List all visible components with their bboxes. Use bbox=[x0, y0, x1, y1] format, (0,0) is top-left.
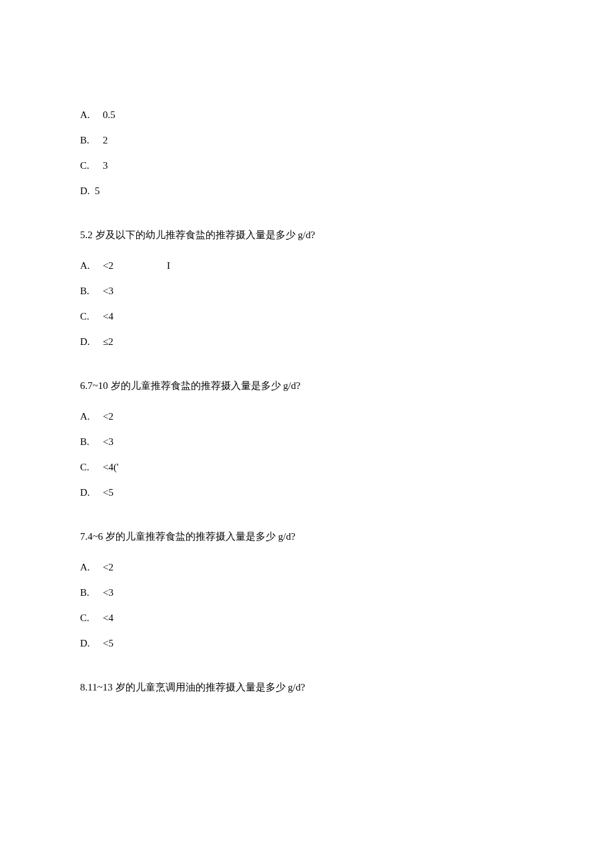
option-item: D. <5 bbox=[80, 635, 534, 651]
option-value: <2 bbox=[103, 258, 113, 274]
option-value: 5 bbox=[95, 183, 100, 199]
option-letter: B. bbox=[80, 584, 95, 600]
option-value: <3 bbox=[103, 434, 113, 450]
option-letter: D. bbox=[80, 183, 95, 199]
option-value: <5 bbox=[103, 635, 113, 651]
option-letter: A. bbox=[80, 107, 95, 123]
option-value: <4 bbox=[103, 308, 113, 324]
option-value: 0.5 bbox=[103, 107, 115, 123]
option-value: <5 bbox=[103, 484, 113, 500]
option-item: B. <3 bbox=[80, 434, 534, 450]
option-letter: B. bbox=[80, 434, 95, 450]
option-letter: A. bbox=[80, 559, 95, 575]
option-item: A. 0.5 bbox=[80, 107, 534, 123]
option-letter: A. bbox=[80, 258, 95, 274]
option-letter: B. bbox=[80, 283, 95, 299]
question-8: 8.11~13 岁的儿童烹调用油的推荐摄入量是多少 g/d? bbox=[80, 679, 534, 695]
option-item: B. <3 bbox=[80, 584, 534, 600]
option-letter: C. bbox=[80, 308, 95, 324]
option-letter: A. bbox=[80, 408, 95, 424]
question-7: 7.4~6 岁的儿童推荐食盐的推荐摄入量是多少 g/d? bbox=[80, 528, 534, 544]
option-value: ≤2 bbox=[103, 334, 113, 350]
option-item: C. <4 bbox=[80, 610, 534, 626]
question-6: 6.7~10 岁的儿童推荐食盐的推荐摄入量是多少 g/d? bbox=[80, 378, 534, 394]
option-value: 3 bbox=[103, 157, 108, 173]
option-value: <4 bbox=[103, 610, 113, 626]
option-item: A. <2 bbox=[80, 559, 534, 575]
option-letter: C. bbox=[80, 610, 95, 626]
option-value: <2 bbox=[103, 408, 113, 424]
option-letter: D. bbox=[80, 635, 95, 651]
option-item: C. <4(' bbox=[80, 459, 534, 475]
option-letter: B. bbox=[80, 132, 95, 148]
option-item: D. <5 bbox=[80, 484, 534, 500]
option-group-4: A. <2 B. <3 C. <4 D. <5 bbox=[80, 559, 534, 651]
option-extra-text: I bbox=[167, 258, 170, 274]
option-item: D. 5 bbox=[80, 183, 534, 199]
option-letter: C. bbox=[80, 459, 95, 475]
option-item: A. <2 I bbox=[80, 258, 534, 274]
option-letter: C. bbox=[80, 157, 95, 173]
option-value: <2 bbox=[103, 559, 113, 575]
option-item: C. 3 bbox=[80, 157, 534, 173]
option-value: <4(' bbox=[103, 459, 119, 475]
option-group-2: A. <2 I B. <3 C. <4 D. ≤2 bbox=[80, 258, 534, 350]
option-value: 2 bbox=[103, 132, 108, 148]
option-letter: D. bbox=[80, 484, 95, 500]
option-item: C. <4 bbox=[80, 308, 534, 324]
option-value: <3 bbox=[103, 283, 113, 299]
option-group-1: A. 0.5 B. 2 C. 3 D. 5 bbox=[80, 107, 534, 199]
question-5: 5.2 岁及以下的幼儿推荐食盐的推荐摄入量是多少 g/d? bbox=[80, 227, 534, 243]
option-value: <3 bbox=[103, 584, 113, 600]
option-item: D. ≤2 bbox=[80, 334, 534, 350]
option-item: B. 2 bbox=[80, 132, 534, 148]
option-item: B. <3 bbox=[80, 283, 534, 299]
option-item: A. <2 bbox=[80, 408, 534, 424]
option-group-3: A. <2 B. <3 C. <4(' D. <5 bbox=[80, 408, 534, 500]
option-letter: D. bbox=[80, 334, 95, 350]
